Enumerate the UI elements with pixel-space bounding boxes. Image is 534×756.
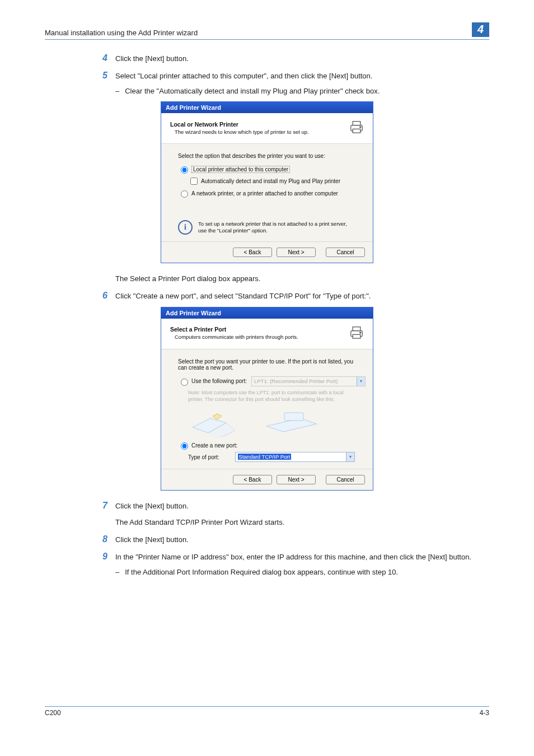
radio-label: Use the following port: <box>191 378 247 384</box>
step-9: 9 In the "Printer Name or IP address" bo… <box>90 552 489 563</box>
wizard-body: Select the option that describes the pri… <box>161 144 373 241</box>
step-text: Click the [Next] button. <box>115 53 489 65</box>
svg-rect-5 <box>353 327 360 331</box>
svg-rect-8 <box>284 413 303 421</box>
step-number: 5 <box>90 71 115 81</box>
wizard-body: Select the port you want your printer to… <box>161 349 373 469</box>
step-number: 4 <box>90 53 115 63</box>
wizard-info-row: i To set up a network printer that is no… <box>178 220 356 235</box>
step-5-sub-bullet: Clear the "Automatically detect and inst… <box>115 86 489 97</box>
port-note-text: Note: Most computers use the LPT1: port … <box>188 390 356 403</box>
type-of-port-label: Type of port: <box>188 454 219 460</box>
step-5-result-text: The Select a Printer Port dialog box app… <box>115 273 489 285</box>
dropdown-value: LPT1: (Recommended Printer Port) <box>254 378 338 384</box>
wizard-prompt: Select the port you want your printer to… <box>178 358 356 371</box>
wizard-titlebar: Add Printer Wizard <box>161 102 373 113</box>
type-of-port-row: Type of port: Standard TCP/IP Port ▾ <box>188 452 356 462</box>
step-number: 6 <box>90 291 115 301</box>
chevron-down-icon[interactable]: ▾ <box>346 452 354 461</box>
step-9-sub-bullet: If the Additional Port Information Requi… <box>115 567 489 578</box>
wizard-button-row: < Back Next > Cancel <box>161 241 373 263</box>
connector-illustration <box>188 406 356 437</box>
step-text: Click the [Next] button. <box>115 534 489 546</box>
wizard-prompt: Select the option that describes the pri… <box>178 153 356 159</box>
wizard-select-printer-port: Add Printer Wizard Select a Printer Port… <box>161 307 373 491</box>
step-8: 8 Click the [Next] button. <box>90 534 489 546</box>
wizard-header: Local or Network Printer The wizard need… <box>161 113 373 144</box>
back-button[interactable]: < Back <box>233 475 272 484</box>
radio-input[interactable] <box>181 379 188 386</box>
step-text: Click "Create a new port", and select "S… <box>115 291 489 302</box>
checkbox-label: Automatically detect and install my Plug… <box>201 178 340 184</box>
page-header: Manual installation using the Add Printe… <box>45 22 489 40</box>
radio-input[interactable] <box>181 190 188 198</box>
svg-point-3 <box>360 127 361 128</box>
info-icon: i <box>178 220 193 235</box>
page-footer: C200 4-3 <box>45 706 489 717</box>
wizard-button-row: < Back Next > Cancel <box>161 469 373 490</box>
wizard-local-or-network: Add Printer Wizard Local or Network Prin… <box>161 101 373 263</box>
wizard-titlebar: Add Printer Wizard <box>161 307 373 319</box>
radio-input[interactable] <box>181 442 188 450</box>
dropdown-value: Standard TCP/IP Port <box>238 454 292 460</box>
chapter-number-badge: 4 <box>472 22 489 37</box>
wizard-subheading: Computers communicate with printers thro… <box>175 334 298 340</box>
document-page: Manual installation using the Add Printe… <box>0 0 534 728</box>
step-number: 8 <box>90 534 115 544</box>
step-number: 7 <box>90 501 115 511</box>
next-button[interactable]: Next > <box>277 248 316 257</box>
checkbox-auto-detect[interactable]: Automatically detect and install my Plug… <box>188 176 356 186</box>
step-4: 4 Click the [Next] button. <box>90 53 489 65</box>
printer-icon <box>347 118 366 138</box>
printer-icon <box>347 323 366 343</box>
svg-rect-2 <box>353 129 360 133</box>
footer-right: 4-3 <box>480 709 489 717</box>
radio-label: Create a new port: <box>191 442 237 449</box>
step-text: Select "Local printer attached to this c… <box>115 71 489 82</box>
wizard-heading: Local or Network Printer <box>170 121 309 128</box>
next-button[interactable]: Next > <box>277 475 316 484</box>
step-text: In the "Printer Name or IP address" box,… <box>115 552 489 563</box>
step-number: 9 <box>90 552 115 562</box>
radio-network-printer[interactable]: A network printer, or a printer attached… <box>178 189 356 198</box>
chevron-down-icon: ▾ <box>357 377 365 386</box>
wizard-heading: Select a Printer Port <box>170 326 298 333</box>
radio-create-new-port[interactable]: Create a new port: <box>178 441 356 450</box>
wizard-subheading: The wizard needs to know which type of p… <box>175 129 309 135</box>
step-5: 5 Select "Local printer attached to this… <box>90 71 489 82</box>
footer-left: C200 <box>45 709 61 717</box>
step-text: Click the [Next] button. <box>115 501 489 512</box>
svg-rect-1 <box>353 122 360 125</box>
checkbox-input[interactable] <box>190 178 198 185</box>
wizard-info-text: To set up a network printer that is not … <box>198 221 356 235</box>
svg-point-7 <box>360 332 361 333</box>
radio-label: Local printer attached to this computer <box>191 166 290 173</box>
svg-rect-6 <box>353 334 360 338</box>
step-7: 7 Click the [Next] button. <box>90 501 489 512</box>
cancel-button[interactable]: Cancel <box>326 248 365 257</box>
back-button[interactable]: < Back <box>233 248 272 257</box>
radio-input[interactable] <box>181 166 188 174</box>
header-title: Manual installation using the Add Printe… <box>45 29 198 37</box>
radio-use-following-port[interactable]: Use the following port: <box>178 377 247 386</box>
radio-label: A network printer, or a printer attached… <box>191 190 338 197</box>
type-of-port-dropdown[interactable]: Standard TCP/IP Port ▾ <box>235 452 355 462</box>
port-dropdown-disabled: LPT1: (Recommended Printer Port) ▾ <box>251 376 366 386</box>
radio-local-printer[interactable]: Local printer attached to this computer <box>178 165 356 174</box>
step-6: 6 Click "Create a new port", and select … <box>90 291 489 302</box>
radio-use-following-port-row: Use the following port: LPT1: (Recommend… <box>178 376 356 386</box>
cancel-button[interactable]: Cancel <box>326 475 365 484</box>
wizard-header: Select a Printer Port Computers communic… <box>161 319 373 349</box>
step-7-result-text: The Add Standard TCP/IP Printer Port Wiz… <box>115 517 489 529</box>
